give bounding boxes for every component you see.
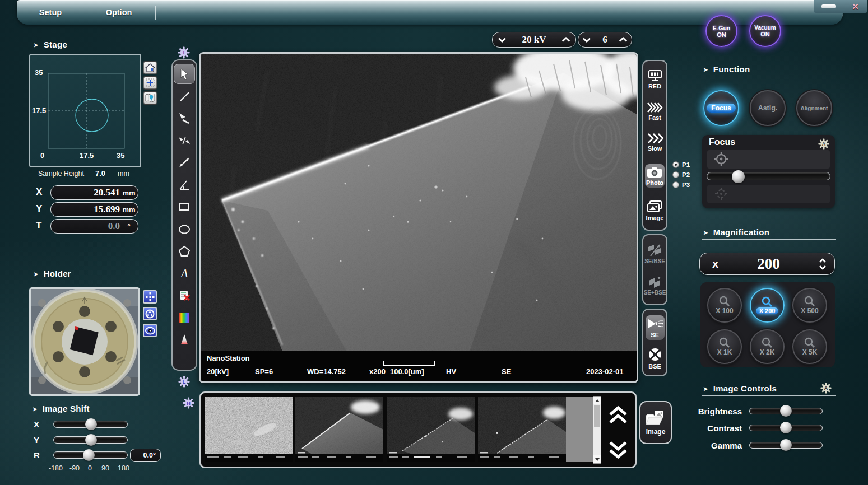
coord-x-field[interactable]: 20.541 mm (50, 185, 138, 200)
image-shift-y-knob[interactable] (85, 434, 97, 446)
image-shift-x-knob[interactable] (85, 418, 97, 430)
mag-x500-button[interactable]: X 500 (792, 288, 827, 323)
sem-live-image[interactable] (201, 54, 637, 351)
tool-ellipse[interactable] (174, 219, 195, 239)
scrollbar-thumb[interactable] (594, 405, 600, 427)
toolbar-gear-high[interactable]: H (183, 397, 194, 409)
egun-status-button[interactable]: E-Gun ON (705, 15, 737, 47)
tool-rectangle[interactable] (174, 197, 195, 217)
holder-move-button[interactable] (143, 290, 157, 304)
sem-image-frame: NanoStation 20[kV] SP=6 WD=14.752 x200 1… (199, 52, 638, 383)
alignment-function-button[interactable]: Alignment (796, 90, 832, 126)
vacuum-label: Vacuum (754, 25, 776, 31)
filmstrip-page-down-button[interactable] (606, 438, 630, 461)
minimize-button[interactable] (818, 2, 840, 11)
mag-x2k-button[interactable]: X 2K (750, 329, 785, 364)
menu-item-option[interactable]: Option (101, 8, 137, 17)
stage-center-button[interactable] (143, 77, 157, 89)
filmstrip-scrollbar[interactable] (593, 396, 601, 464)
contrast-knob[interactable] (780, 422, 792, 433)
bse-detector-button[interactable]: BSE (648, 347, 662, 370)
image-folder-button[interactable]: Image (639, 401, 672, 444)
image-shift-r-value[interactable]: 0.0° (130, 449, 161, 462)
spot-increase-button[interactable] (615, 32, 632, 47)
fast-chevrons-icon (647, 102, 663, 113)
scroll-up-button[interactable] (593, 397, 601, 404)
coord-t-field[interactable]: 0.0 ° (50, 219, 138, 234)
spot-decrease-button[interactable] (578, 32, 595, 47)
focus-slider-knob[interactable] (732, 170, 745, 183)
chevron-up-icon (561, 37, 570, 43)
magnification-spinner[interactable]: x 200 (699, 253, 835, 275)
stage-navigation-map-button[interactable] (143, 92, 157, 104)
stage-home-button[interactable] (143, 62, 157, 74)
mag-x5k-button[interactable]: X 5K (792, 329, 827, 364)
se-detector-button[interactable]: SE (646, 315, 665, 340)
fast-scan-button[interactable]: Fast (647, 102, 663, 121)
thumbnail-2[interactable] (295, 397, 383, 462)
tool-line[interactable] (174, 86, 195, 106)
tool-marker-cone[interactable] (174, 329, 195, 349)
toolbar-settings-gear[interactable]: I (178, 46, 190, 59)
focus-coarse-row[interactable] (707, 150, 830, 169)
image-view-button[interactable]: Image (646, 200, 664, 221)
spot-size-spinner[interactable]: 6 (578, 32, 632, 48)
image-shift-r-knob[interactable] (83, 449, 95, 461)
holder-camera-button[interactable] (143, 324, 157, 337)
close-button[interactable]: ✕ (847, 1, 864, 12)
egun-state: ON (717, 31, 726, 38)
vacuum-status-button[interactable]: Vacuum ON (749, 15, 781, 47)
mag-x200-button[interactable]: X 200 (750, 288, 785, 323)
tool-color-palette[interactable] (174, 307, 195, 328)
scroll-down-button[interactable] (593, 455, 601, 463)
tool-angle[interactable] (174, 175, 195, 195)
voltage-spinner[interactable]: 20 kV (492, 32, 576, 48)
se-bse-split-button[interactable]: SE/BSE (644, 244, 665, 264)
tool-converging-arrows[interactable] (174, 130, 195, 151)
mag-increase-button[interactable] (819, 258, 827, 263)
red-display-button[interactable]: RED (648, 69, 662, 90)
stage-map-plot[interactable] (30, 55, 140, 166)
astig-function-button[interactable]: Astig. (750, 90, 786, 126)
pentagon-icon (178, 244, 191, 258)
gamma-knob[interactable] (780, 439, 792, 451)
filmstrip-page-up-button[interactable] (606, 403, 630, 427)
tool-arrow[interactable] (174, 108, 195, 128)
map-pin-icon (145, 94, 155, 102)
photo-preset-p2[interactable]: P2 (672, 171, 690, 178)
stage-map-panel[interactable]: 35 17.5 0 17.5 35 (29, 54, 141, 167)
holder-select-button[interactable] (143, 307, 157, 320)
se-plus-bse-button[interactable]: SE+BSE (644, 276, 666, 296)
tool-select-cursor[interactable] (174, 64, 195, 84)
info-hv: HV (446, 367, 456, 376)
menu-item-setup[interactable]: Setup (34, 8, 67, 17)
tool-measure-distance[interactable] (174, 152, 195, 172)
tool-delete-annotations[interactable] (174, 285, 195, 305)
info-scale: 100.0[um] (390, 367, 424, 376)
mag-decrease-button[interactable] (819, 265, 827, 270)
holder-camera-view[interactable] (29, 287, 140, 396)
voltage-decrease-button[interactable] (493, 32, 512, 47)
image-controls-auto-gear[interactable]: A (820, 383, 832, 394)
thumbnail-3[interactable] (387, 397, 475, 462)
thumbnail-1[interactable] (205, 397, 293, 462)
toolbar-gear-low[interactable]: L (178, 376, 190, 388)
photo-capture-button[interactable]: Photo (645, 164, 665, 188)
minimize-icon (821, 4, 836, 8)
brightness-knob[interactable] (780, 405, 792, 417)
focus-auto-gear[interactable]: A (818, 138, 829, 150)
photo-preset-p1[interactable]: P1 (672, 161, 690, 168)
focus-slider[interactable] (707, 172, 830, 180)
focus-function-button[interactable]: Focus (703, 90, 739, 126)
mag-x1k-button[interactable]: X 1K (707, 329, 742, 364)
photo-preset-p3[interactable]: P3 (672, 181, 690, 188)
tool-text[interactable]: A (174, 263, 195, 283)
mag-x100-button[interactable]: X 100 (707, 288, 742, 323)
tool-polygon[interactable] (174, 241, 195, 261)
coord-y-field[interactable]: 15.699 mm (50, 202, 138, 217)
slow-scan-button[interactable]: Slow (647, 133, 663, 152)
voltage-increase-button[interactable] (556, 32, 575, 47)
r-value-text: 0.0° (143, 451, 156, 459)
thumbnail-4[interactable] (478, 397, 566, 462)
focus-fine-row[interactable] (707, 185, 830, 203)
